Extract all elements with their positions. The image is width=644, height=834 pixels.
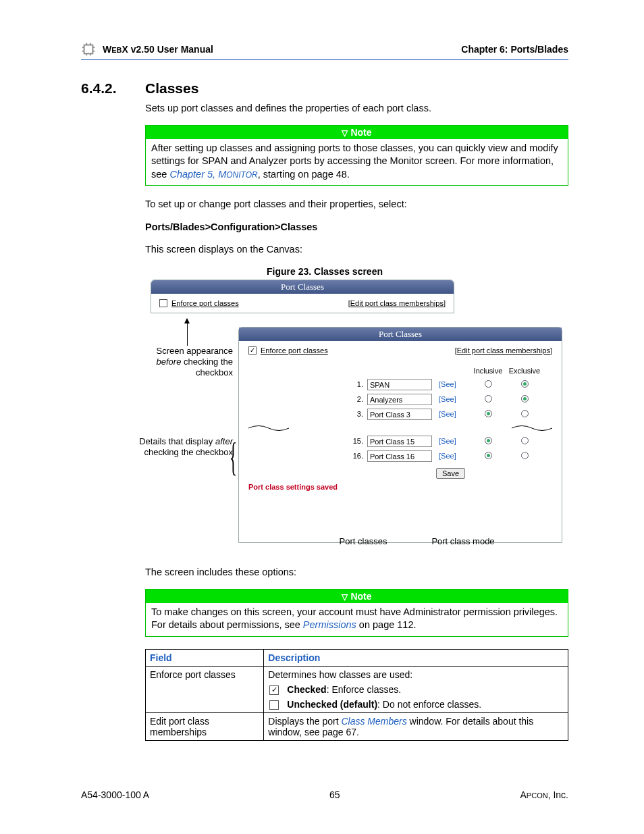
see-link[interactable]: [See] bbox=[439, 395, 463, 403]
exclusive-radio[interactable] bbox=[521, 437, 529, 444]
see-link[interactable]: [See] bbox=[439, 380, 463, 388]
td-edit: Edit port class memberships bbox=[146, 712, 264, 740]
canvas-line: This screen displays on the Canvas: bbox=[145, 243, 568, 257]
col-inclusive: Inclusive bbox=[470, 367, 506, 375]
company-name: APCON, Inc. bbox=[520, 789, 568, 800]
section-number: 6.4.2. bbox=[81, 80, 145, 97]
class-name-input[interactable]: Port Class 16 bbox=[367, 450, 432, 462]
exclusive-radio[interactable] bbox=[521, 452, 529, 459]
th-field: Field bbox=[146, 649, 264, 666]
exclusive-radio[interactable] bbox=[521, 380, 529, 388]
see-link[interactable]: [See] bbox=[439, 437, 463, 445]
breadcrumb: Ports/Blades>Configuration>Classes bbox=[145, 221, 568, 234]
exclusive-radio[interactable] bbox=[521, 395, 529, 402]
note-box-1: ▽Note After setting up classes and assig… bbox=[145, 125, 568, 186]
exclusive-radio[interactable] bbox=[521, 410, 529, 417]
class-name-input[interactable]: Analyzers bbox=[367, 394, 432, 405]
options-line: The screen includes these options: bbox=[145, 566, 568, 579]
see-link[interactable]: [See] bbox=[439, 410, 463, 418]
page-number: 65 bbox=[149, 789, 520, 800]
section-title: Classes bbox=[145, 80, 198, 97]
screenshot-composite: Port Classes Enforce port classes [Edit … bbox=[145, 280, 568, 556]
page-header: WEBX v2.50 User Manual Chapter 6: Ports/… bbox=[81, 42, 568, 60]
enforce-checkbox-unchecked[interactable] bbox=[159, 299, 167, 307]
page-footer: A54-3000-100 A 65 APCON, Inc. bbox=[81, 789, 568, 800]
panel-title-before: Port Classes bbox=[151, 280, 454, 294]
td-enforce-desc: Determines how classes are used: ✓Checke… bbox=[264, 666, 568, 712]
inclusive-radio[interactable] bbox=[485, 380, 492, 388]
intro-text: Sets up port classes and defines the pro… bbox=[145, 102, 568, 115]
checked-icon: ✓ bbox=[269, 685, 279, 695]
note-body-2: To make changes on this screen, your acc… bbox=[146, 603, 568, 636]
panel-after: Port Classes ✓ Enforce port classes [Edi… bbox=[238, 327, 562, 543]
note-down-icon: ▽ bbox=[342, 592, 348, 602]
note-down-icon: ▽ bbox=[342, 128, 348, 138]
inclusive-radio[interactable] bbox=[485, 452, 492, 459]
arrow-up-icon bbox=[187, 319, 188, 346]
permissions-link[interactable]: Permissions bbox=[303, 619, 356, 630]
doc-number: A54-3000-100 A bbox=[81, 789, 149, 800]
save-button[interactable]: Save bbox=[436, 468, 465, 479]
unchecked-icon bbox=[269, 700, 279, 710]
annotation-after: Details that display after checking the … bbox=[138, 436, 233, 459]
class-row: 3. Port Class 3 [See] bbox=[248, 409, 552, 420]
setup-line: To set up or change port classes and the… bbox=[145, 198, 568, 211]
class-members-link[interactable]: Class Members bbox=[341, 716, 406, 727]
enforce-label-before[interactable]: Enforce port classes bbox=[171, 299, 239, 307]
class-name-input[interactable]: SPAN bbox=[367, 379, 432, 390]
annotation-before: Screen appearance before checking the ch… bbox=[138, 346, 233, 379]
note-label: Note bbox=[350, 591, 371, 602]
note-label: Note bbox=[350, 127, 371, 138]
col-exclusive: Exclusive bbox=[506, 367, 543, 375]
see-link[interactable]: [See] bbox=[439, 452, 463, 460]
chapter5-link[interactable]: Chapter 5, MONITOR bbox=[169, 169, 257, 180]
td-enforce: Enforce port classes bbox=[146, 666, 264, 712]
inclusive-radio[interactable] bbox=[485, 410, 492, 417]
note-body-1: After setting up classes and assigning p… bbox=[146, 139, 568, 186]
class-row: 16. Port Class 16 [See] bbox=[248, 450, 552, 462]
chapter-title: Chapter 6: Ports/Blades bbox=[461, 44, 568, 55]
class-row: 15. Port Class 15 [See] bbox=[248, 436, 552, 447]
inclusive-radio[interactable] bbox=[485, 395, 492, 402]
enforce-label-after[interactable]: Enforce port classes bbox=[261, 346, 328, 355]
edit-memberships-link-before[interactable]: [Edit port class memberships] bbox=[348, 299, 446, 307]
th-description: Description bbox=[264, 649, 568, 666]
note-box-2: ▽Note To make changes on this screen, yo… bbox=[145, 589, 568, 637]
saved-message: Port class settings saved bbox=[248, 483, 552, 491]
caption-port-classes: Port classes bbox=[326, 536, 400, 546]
svg-rect-0 bbox=[84, 45, 93, 54]
class-name-input[interactable]: Port Class 15 bbox=[367, 436, 432, 447]
inclusive-radio[interactable] bbox=[485, 437, 492, 444]
panel-before: Port Classes Enforce port classes [Edit … bbox=[151, 280, 454, 313]
class-name-input[interactable]: Port Class 3 bbox=[367, 409, 432, 420]
panel-title-after: Port Classes bbox=[239, 328, 562, 341]
chip-icon bbox=[81, 42, 96, 57]
field-table: Field Description Enforce port classes D… bbox=[145, 649, 568, 741]
manual-title: WEBX v2.50 User Manual bbox=[103, 44, 213, 55]
td-edit-desc: Displays the port Class Members window. … bbox=[264, 712, 568, 740]
edit-memberships-link-after[interactable]: [Edit port class memberships] bbox=[455, 346, 552, 355]
caption-port-class-mode: Port class mode bbox=[426, 536, 500, 546]
enforce-checkbox-checked[interactable]: ✓ bbox=[248, 346, 257, 355]
class-row: 2. Analyzers [See] bbox=[248, 394, 552, 405]
class-row: 1. SPAN [See] bbox=[248, 379, 552, 390]
figure-caption: Figure 23. Classes screen bbox=[81, 266, 568, 277]
